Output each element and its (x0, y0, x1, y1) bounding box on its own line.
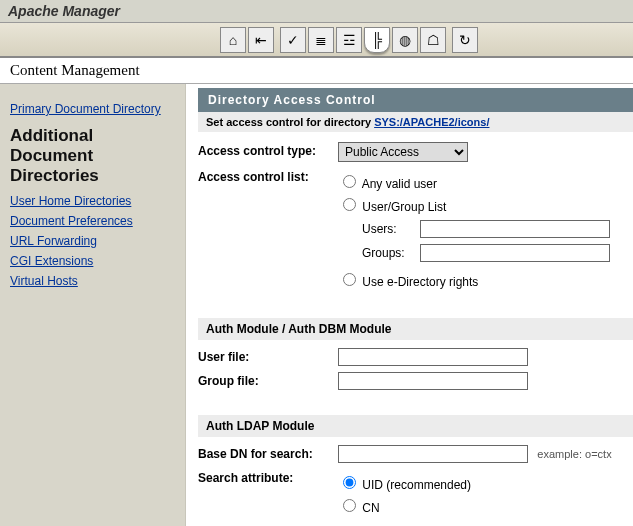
sidebar-item-doc-prefs[interactable]: Document Preferences (10, 214, 175, 228)
doc-tree-icon[interactable]: ☲ (336, 27, 362, 53)
label-user-file: User file: (198, 348, 338, 364)
label-ac-list: Access control list: (198, 168, 338, 184)
globe-icon[interactable]: ◍ (392, 27, 418, 53)
sidebar-heading: Additional Document Directories (10, 126, 175, 186)
radio-user-group[interactable] (343, 198, 356, 211)
radio-cn[interactable] (343, 499, 356, 512)
group-file-input[interactable] (338, 372, 528, 390)
radio-edir[interactable] (343, 273, 356, 286)
refresh-icon[interactable]: ↻ (452, 27, 478, 53)
label-users: Users: (362, 222, 417, 236)
label-search-attr: Search attribute: (198, 469, 338, 485)
sidebar-item-vhosts[interactable]: Virtual Hosts (10, 274, 175, 288)
label-groups: Groups: (362, 246, 417, 260)
app-title: Apache Manager (8, 3, 120, 19)
server-icon[interactable]: ☖ (420, 27, 446, 53)
groups-input[interactable] (420, 244, 610, 262)
user-file-input[interactable] (338, 348, 528, 366)
sidebar: Primary Document Directory Additional Do… (0, 84, 186, 526)
sidebar-item-url-forwarding[interactable]: URL Forwarding (10, 234, 175, 248)
app-title-bar: Apache Manager (0, 0, 633, 23)
section-auth-module: Auth Module / Auth DBM Module (198, 318, 633, 340)
users-input[interactable] (420, 220, 610, 238)
sidebar-item-user-home[interactable]: User Home Directories (10, 194, 175, 208)
ac-type-select[interactable]: Public Access (338, 142, 468, 162)
radio-any-valid[interactable] (343, 175, 356, 188)
radio-uid[interactable] (343, 476, 356, 489)
label-group-file: Group file: (198, 372, 338, 388)
sidebar-primary-link[interactable]: Primary Document Directory (10, 102, 175, 116)
radio-uid-label: UID (recommended) (362, 478, 471, 492)
radio-user-group-label: User/Group List (362, 200, 446, 214)
panel-title: Directory Access Control (198, 88, 633, 112)
radio-edir-label: Use e-Directory rights (362, 275, 478, 289)
section-ldap-module: Auth LDAP Module (198, 415, 633, 437)
breadcrumb: Content Management (0, 58, 633, 84)
base-dn-input[interactable] (338, 445, 528, 463)
doc-lines-icon[interactable]: ≣ (308, 27, 334, 53)
sidebar-item-cgi[interactable]: CGI Extensions (10, 254, 175, 268)
radio-cn-label: CN (362, 501, 379, 515)
exit-icon[interactable]: ⇤ (248, 27, 274, 53)
panel-subhead: Set access control for directory SYS:/AP… (198, 112, 633, 132)
label-base-dn: Base DN for search: (198, 445, 338, 461)
tree-icon[interactable]: ╠ (364, 27, 390, 53)
toolbar-region: ⌂ ⇤ ✓ ≣ ☲ ╠ ◍ ☖ ↻ (0, 23, 633, 58)
directory-link[interactable]: SYS:/APACHE2/icons/ (374, 116, 489, 128)
label-ac-type: Access control type: (198, 142, 338, 158)
base-dn-hint: example: o=ctx (537, 448, 611, 460)
doc-check-icon[interactable]: ✓ (280, 27, 306, 53)
home-icon[interactable]: ⌂ (220, 27, 246, 53)
main-panel: Directory Access Control Set access cont… (186, 84, 633, 526)
toolbar: ⌂ ⇤ ✓ ≣ ☲ ╠ ◍ ☖ ↻ (220, 27, 478, 53)
radio-any-valid-label: Any valid user (362, 177, 437, 191)
